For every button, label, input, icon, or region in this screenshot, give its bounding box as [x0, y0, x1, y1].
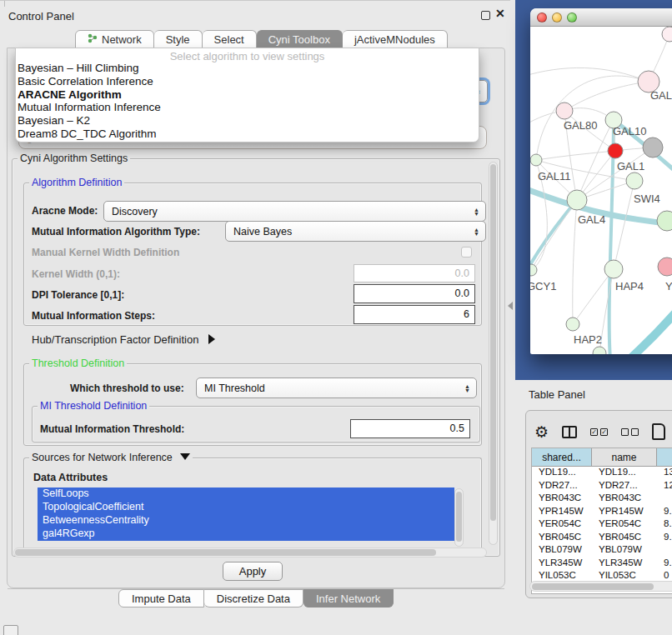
network-node-gal4[interactable]	[567, 190, 587, 210]
network-node-swi4[interactable]	[657, 211, 672, 231]
network-node-hap4[interactable]	[604, 260, 623, 278]
algorithm-popup-item[interactable]: Bayesian – K2	[16, 114, 479, 128]
bottom-tabbar: Impute Data Discretize Data Infer Networ…	[118, 589, 394, 608]
network-node-y[interactable]	[658, 258, 672, 276]
network-node[interactable]	[608, 143, 623, 158]
tab-discretize-data[interactable]: Discretize Data	[204, 589, 303, 608]
table-panel-window: ⚙ ✓✓ shared... name YDL19...YDL19...13YD…	[525, 410, 672, 598]
table-row[interactable]: YBL079WYBL079W	[532, 544, 672, 558]
tab-style[interactable]: Style	[154, 30, 203, 48]
data-attributes-label: Data Attributes	[33, 472, 108, 483]
algorithm-popup-item[interactable]: ARACNE Algorithm	[16, 88, 479, 102]
table-cell: YBR045C	[532, 532, 592, 545]
pane-splitter-arrow[interactable]	[508, 302, 513, 310]
network-node-hap2[interactable]	[566, 318, 579, 331]
table-cell: YBR043C	[592, 492, 657, 506]
mi-threshold-field[interactable]: 0.5	[350, 419, 470, 438]
settings-gear-icon[interactable]: ⚙	[534, 422, 549, 442]
algorithm-popup-item[interactable]: Dream8 DC_TDC Algorithm	[16, 128, 479, 141]
table-area: shared... name YDL19...YDL19...13YDR27..…	[531, 448, 672, 594]
settings-hscrollbar[interactable]	[13, 548, 487, 558]
kernel-width-field[interactable]: 0.0	[354, 264, 475, 282]
table-row[interactable]: YPR145WYPR145W9.	[532, 506, 672, 519]
mi-type-value: Naive Bayes	[233, 226, 292, 238]
node-label: GAL1	[617, 160, 644, 172]
table-cell: YDR27...	[592, 480, 657, 493]
tab-select[interactable]: Select	[203, 30, 257, 48]
close-traffic-light-icon[interactable]	[537, 12, 547, 22]
control-panel-title: Control Panel	[8, 10, 74, 22]
network-node-gal1[interactable]	[626, 172, 643, 189]
float-window-icon[interactable]	[481, 11, 490, 20]
network-node-gal11[interactable]	[530, 154, 542, 166]
table-row[interactable]: YDR27...YDR27...12	[532, 480, 672, 493]
data-attribute-item[interactable]: BetweennessCentrality	[38, 514, 454, 528]
apply-button[interactable]: Apply	[223, 562, 283, 581]
table-cell: 12	[657, 480, 672, 493]
data-attribute-item[interactable]: SelfLoops	[38, 488, 454, 501]
table-row[interactable]: YER054CYER054C8.	[532, 518, 672, 532]
manual-kernel-checkbox[interactable]	[461, 247, 472, 258]
data-attribute-item[interactable]: TopologicalCoefficient	[38, 501, 454, 514]
minimize-traffic-light-icon[interactable]	[552, 12, 562, 22]
network-node-gal80[interactable]	[556, 102, 573, 119]
network-view-window[interactable]: GALGAL80GAL10GAL1GAL11SWI4GAL4GCY1HAP4YH…	[530, 8, 672, 354]
close-icon[interactable]: ✕	[495, 7, 505, 20]
node-label: HAP4	[615, 280, 644, 292]
settings-vscrollbar-thumb[interactable]	[490, 164, 496, 521]
tab-jactivemnodules[interactable]: jActiveMNodules	[343, 30, 448, 48]
tab-cyni-toolbox[interactable]: Cyni Toolbox	[257, 30, 343, 48]
tab-infer-network[interactable]: Infer Network	[303, 589, 394, 608]
app-window: Control Panel ✕ Network Style Select Cyn…	[0, 0, 672, 635]
network-window-titlebar[interactable]	[530, 8, 672, 27]
algorithm-popup-item[interactable]: Mutual Information Inference	[16, 101, 479, 114]
tab-label: Style	[166, 33, 190, 46]
table-hscrollbar-thumb[interactable]	[532, 583, 654, 590]
table-row[interactable]: YBR043CYBR043C	[532, 492, 672, 506]
algorithm-popup-item[interactable]: Basic Correlation Inference	[16, 75, 479, 88]
network-node[interactable]	[662, 27, 672, 42]
column-header-3[interactable]	[657, 448, 672, 466]
node-label: GAL4	[578, 213, 605, 226]
table-cell: YLR345W	[592, 558, 657, 571]
group-title: Threshold Definition	[29, 358, 127, 369]
column-header-shared[interactable]: shared...	[532, 448, 592, 466]
dpi-tolerance-field[interactable]: 0.0	[354, 284, 475, 303]
network-node[interactable]	[593, 347, 606, 354]
table-hscrollbar[interactable]	[529, 581, 672, 592]
algorithm-popup-item[interactable]: Bayesian – Hill Climbing	[16, 62, 479, 75]
aracne-mode-combo[interactable]: Discovery ▲▼	[103, 201, 486, 222]
kernel-width-label: Kernel Width (0,1):	[32, 268, 120, 280]
tab-impute-data[interactable]: Impute Data	[118, 589, 204, 608]
table-row[interactable]: YLR345WYLR345W9.	[532, 558, 672, 571]
minimized-panel-icon[interactable]	[3, 625, 18, 635]
hub-definition-toggle[interactable]: Hub/Transcription Factor Definition	[32, 333, 215, 346]
which-threshold-combo[interactable]: MI Threshold ▲▼	[196, 378, 477, 398]
zoom-traffic-light-icon[interactable]	[567, 12, 577, 22]
table-cell: YBR045C	[592, 532, 657, 545]
deselect-all-icon[interactable]	[621, 428, 639, 436]
sources-toggle[interactable]: Sources for Network Inference	[29, 452, 193, 463]
split-columns-icon[interactable]	[562, 426, 577, 438]
new-document-icon[interactable]	[652, 423, 665, 440]
attr-list-vscrollbar[interactable]	[454, 488, 464, 547]
tab-network[interactable]: Network	[75, 30, 154, 48]
column-header-name[interactable]: name	[592, 448, 657, 466]
tab-label: Discretize Data	[217, 592, 290, 605]
attr-list-vscrollbar-thumb[interactable]	[456, 492, 462, 542]
mi-type-combo[interactable]: Naive Bayes ▲▼	[225, 221, 486, 242]
select-all-icon[interactable]: ✓✓	[590, 428, 608, 436]
data-attributes-list[interactable]: SelfLoopsTopologicalCoefficientBetweenne…	[38, 488, 454, 541]
table-row[interactable]: YBR045CYBR045C9.	[532, 532, 672, 545]
table-row[interactable]: YDL19...YDL19...13	[532, 467, 672, 480]
mi-steps-field[interactable]: 6	[354, 305, 475, 324]
network-canvas[interactable]: GALGAL80GAL10GAL1GAL11SWI4GAL4GCY1HAP4YH…	[530, 27, 672, 354]
table-cell: YBL079W	[592, 544, 657, 558]
settings-vscrollbar[interactable]	[489, 162, 498, 545]
data-attribute-item[interactable]: gal4RGexp	[38, 528, 454, 541]
dpi-tolerance-label: DPI Tolerance [0,1]:	[32, 289, 124, 301]
table-toolbar: ⚙ ✓✓	[534, 418, 672, 446]
settings-hscrollbar-thumb[interactable]	[15, 549, 436, 556]
network-node[interactable]	[643, 138, 663, 158]
table-cell: YBL079W	[532, 544, 592, 558]
